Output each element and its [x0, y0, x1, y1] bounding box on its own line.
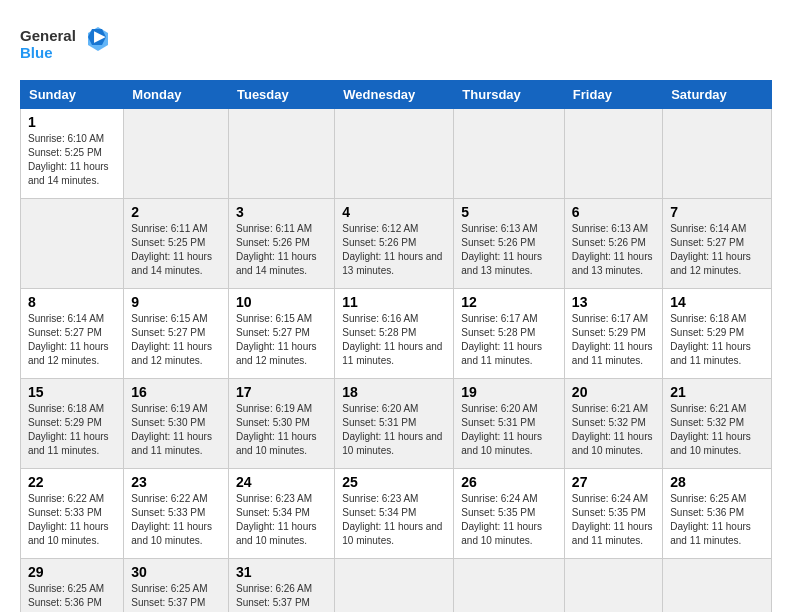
calendar-cell: 9Sunrise: 6:15 AMSunset: 5:27 PMDaylight…	[124, 289, 229, 379]
calendar-cell	[228, 109, 334, 199]
day-info: Sunrise: 6:25 AMSunset: 5:36 PMDaylight:…	[670, 493, 751, 546]
calendar-cell: 14Sunrise: 6:18 AMSunset: 5:29 PMDayligh…	[663, 289, 772, 379]
calendar-cell: 10Sunrise: 6:15 AMSunset: 5:27 PMDayligh…	[228, 289, 334, 379]
calendar-cell: 29Sunrise: 6:25 AMSunset: 5:36 PMDayligh…	[21, 559, 124, 613]
day-number: 12	[461, 294, 557, 310]
day-info: Sunrise: 6:23 AMSunset: 5:34 PMDaylight:…	[342, 493, 442, 546]
day-info: Sunrise: 6:25 AMSunset: 5:36 PMDaylight:…	[28, 583, 109, 612]
svg-text:Blue: Blue	[20, 44, 53, 61]
day-info: Sunrise: 6:17 AMSunset: 5:29 PMDaylight:…	[572, 313, 653, 366]
calendar-cell: 24Sunrise: 6:23 AMSunset: 5:34 PMDayligh…	[228, 469, 334, 559]
header-friday: Friday	[564, 81, 662, 109]
day-info: Sunrise: 6:10 AMSunset: 5:25 PMDaylight:…	[28, 133, 109, 186]
calendar-cell: 12Sunrise: 6:17 AMSunset: 5:28 PMDayligh…	[454, 289, 565, 379]
calendar-cell: 21Sunrise: 6:21 AMSunset: 5:32 PMDayligh…	[663, 379, 772, 469]
day-info: Sunrise: 6:18 AMSunset: 5:29 PMDaylight:…	[670, 313, 751, 366]
header-monday: Monday	[124, 81, 229, 109]
calendar-cell: 28Sunrise: 6:25 AMSunset: 5:36 PMDayligh…	[663, 469, 772, 559]
day-info: Sunrise: 6:14 AMSunset: 5:27 PMDaylight:…	[670, 223, 751, 276]
calendar-cell: 23Sunrise: 6:22 AMSunset: 5:33 PMDayligh…	[124, 469, 229, 559]
logo-icon: General Blue ▶	[20, 25, 110, 70]
page-header: General Blue ▶	[20, 20, 772, 70]
calendar-cell: 27Sunrise: 6:24 AMSunset: 5:35 PMDayligh…	[564, 469, 662, 559]
calendar-cell: 16Sunrise: 6:19 AMSunset: 5:30 PMDayligh…	[124, 379, 229, 469]
svg-text:▶: ▶	[94, 28, 106, 44]
day-number: 25	[342, 474, 446, 490]
calendar-cell: 13Sunrise: 6:17 AMSunset: 5:29 PMDayligh…	[564, 289, 662, 379]
calendar-cell: 1Sunrise: 6:10 AMSunset: 5:25 PMDaylight…	[21, 109, 124, 199]
calendar-cell	[564, 559, 662, 613]
calendar-cell	[21, 199, 124, 289]
header-sunday: Sunday	[21, 81, 124, 109]
day-number: 18	[342, 384, 446, 400]
day-number: 22	[28, 474, 116, 490]
day-info: Sunrise: 6:12 AMSunset: 5:26 PMDaylight:…	[342, 223, 442, 276]
day-info: Sunrise: 6:11 AMSunset: 5:26 PMDaylight:…	[236, 223, 317, 276]
day-info: Sunrise: 6:21 AMSunset: 5:32 PMDaylight:…	[670, 403, 751, 456]
calendar-cell	[335, 559, 454, 613]
day-number: 16	[131, 384, 221, 400]
day-number: 13	[572, 294, 655, 310]
day-info: Sunrise: 6:14 AMSunset: 5:27 PMDaylight:…	[28, 313, 109, 366]
day-info: Sunrise: 6:19 AMSunset: 5:30 PMDaylight:…	[236, 403, 317, 456]
day-info: Sunrise: 6:17 AMSunset: 5:28 PMDaylight:…	[461, 313, 542, 366]
calendar-cell: 15Sunrise: 6:18 AMSunset: 5:29 PMDayligh…	[21, 379, 124, 469]
calendar-cell	[564, 109, 662, 199]
day-info: Sunrise: 6:20 AMSunset: 5:31 PMDaylight:…	[461, 403, 542, 456]
calendar-cell	[663, 109, 772, 199]
calendar-cell: 8Sunrise: 6:14 AMSunset: 5:27 PMDaylight…	[21, 289, 124, 379]
calendar-cell: 3Sunrise: 6:11 AMSunset: 5:26 PMDaylight…	[228, 199, 334, 289]
day-info: Sunrise: 6:22 AMSunset: 5:33 PMDaylight:…	[131, 493, 212, 546]
calendar-week-4: 15Sunrise: 6:18 AMSunset: 5:29 PMDayligh…	[21, 379, 772, 469]
day-number: 11	[342, 294, 446, 310]
day-info: Sunrise: 6:26 AMSunset: 5:37 PMDaylight:…	[236, 583, 317, 612]
day-info: Sunrise: 6:19 AMSunset: 5:30 PMDaylight:…	[131, 403, 212, 456]
calendar-cell	[335, 109, 454, 199]
calendar-cell: 26Sunrise: 6:24 AMSunset: 5:35 PMDayligh…	[454, 469, 565, 559]
day-number: 5	[461, 204, 557, 220]
calendar-table: SundayMondayTuesdayWednesdayThursdayFrid…	[20, 80, 772, 612]
day-number: 28	[670, 474, 764, 490]
day-info: Sunrise: 6:22 AMSunset: 5:33 PMDaylight:…	[28, 493, 109, 546]
day-info: Sunrise: 6:25 AMSunset: 5:37 PMDaylight:…	[131, 583, 212, 612]
calendar-cell: 31Sunrise: 6:26 AMSunset: 5:37 PMDayligh…	[228, 559, 334, 613]
calendar-cell: 20Sunrise: 6:21 AMSunset: 5:32 PMDayligh…	[564, 379, 662, 469]
calendar-week-1: 1Sunrise: 6:10 AMSunset: 5:25 PMDaylight…	[21, 109, 772, 199]
calendar-cell: 7Sunrise: 6:14 AMSunset: 5:27 PMDaylight…	[663, 199, 772, 289]
calendar-week-6: 29Sunrise: 6:25 AMSunset: 5:36 PMDayligh…	[21, 559, 772, 613]
day-info: Sunrise: 6:20 AMSunset: 5:31 PMDaylight:…	[342, 403, 442, 456]
day-info: Sunrise: 6:24 AMSunset: 5:35 PMDaylight:…	[461, 493, 542, 546]
day-number: 23	[131, 474, 221, 490]
header-saturday: Saturday	[663, 81, 772, 109]
day-number: 3	[236, 204, 327, 220]
day-number: 7	[670, 204, 764, 220]
day-number: 15	[28, 384, 116, 400]
day-number: 31	[236, 564, 327, 580]
day-number: 19	[461, 384, 557, 400]
day-info: Sunrise: 6:24 AMSunset: 5:35 PMDaylight:…	[572, 493, 653, 546]
calendar-cell: 5Sunrise: 6:13 AMSunset: 5:26 PMDaylight…	[454, 199, 565, 289]
header-thursday: Thursday	[454, 81, 565, 109]
svg-text:General: General	[20, 27, 76, 44]
day-number: 10	[236, 294, 327, 310]
calendar-cell: 11Sunrise: 6:16 AMSunset: 5:28 PMDayligh…	[335, 289, 454, 379]
day-number: 14	[670, 294, 764, 310]
calendar-cell	[124, 109, 229, 199]
day-number: 26	[461, 474, 557, 490]
calendar-cell: 25Sunrise: 6:23 AMSunset: 5:34 PMDayligh…	[335, 469, 454, 559]
calendar-cell: 2Sunrise: 6:11 AMSunset: 5:25 PMDaylight…	[124, 199, 229, 289]
day-number: 4	[342, 204, 446, 220]
day-number: 20	[572, 384, 655, 400]
day-number: 1	[28, 114, 116, 130]
day-number: 21	[670, 384, 764, 400]
calendar-cell: 22Sunrise: 6:22 AMSunset: 5:33 PMDayligh…	[21, 469, 124, 559]
day-info: Sunrise: 6:13 AMSunset: 5:26 PMDaylight:…	[461, 223, 542, 276]
logo: General Blue ▶	[20, 25, 110, 70]
day-info: Sunrise: 6:16 AMSunset: 5:28 PMDaylight:…	[342, 313, 442, 366]
calendar-cell: 17Sunrise: 6:19 AMSunset: 5:30 PMDayligh…	[228, 379, 334, 469]
day-info: Sunrise: 6:15 AMSunset: 5:27 PMDaylight:…	[236, 313, 317, 366]
calendar-cell	[663, 559, 772, 613]
day-number: 9	[131, 294, 221, 310]
day-number: 6	[572, 204, 655, 220]
day-number: 17	[236, 384, 327, 400]
